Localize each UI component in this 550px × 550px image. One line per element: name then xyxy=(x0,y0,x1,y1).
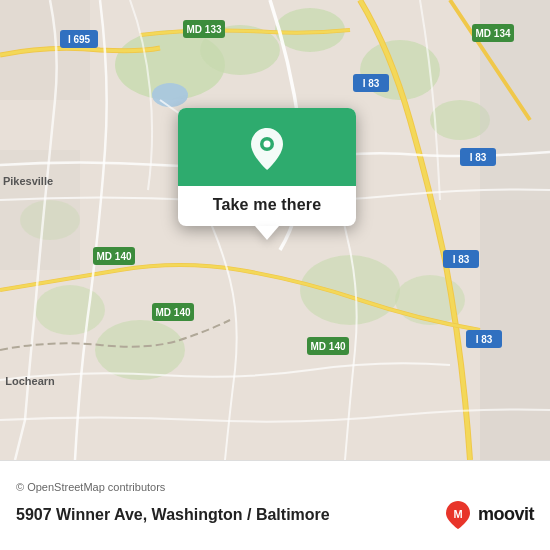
popup-tail xyxy=(255,226,279,240)
svg-text:MD 134: MD 134 xyxy=(475,28,510,39)
svg-point-8 xyxy=(95,320,185,380)
bottom-bar: © OpenStreetMap contributors 5907 Winner… xyxy=(0,460,550,550)
svg-text:I 83: I 83 xyxy=(476,334,493,345)
svg-text:I 83: I 83 xyxy=(470,152,487,163)
take-me-there-button[interactable]: Take me there xyxy=(213,196,322,214)
svg-text:M: M xyxy=(453,508,462,520)
map-container: I 695 MD 133 I 83 MD 134 I 83 Pikesville… xyxy=(0,0,550,460)
svg-point-39 xyxy=(264,141,271,148)
svg-text:MD 140: MD 140 xyxy=(310,341,345,352)
address-row: 5907 Winner Ave, Washington / Baltimore … xyxy=(16,499,534,531)
svg-point-6 xyxy=(300,255,400,325)
svg-text:I 83: I 83 xyxy=(453,254,470,265)
svg-text:Pikesville: Pikesville xyxy=(3,175,53,187)
popup-green-section xyxy=(178,108,356,186)
address-text: 5907 Winner Ave, Washington / Baltimore xyxy=(16,506,330,524)
location-pin-icon xyxy=(247,126,287,172)
svg-text:MD 140: MD 140 xyxy=(96,251,131,262)
svg-text:Lochearn: Lochearn xyxy=(5,375,55,387)
svg-point-11 xyxy=(152,83,188,107)
svg-point-9 xyxy=(35,285,105,335)
copyright-text: © OpenStreetMap contributors xyxy=(16,481,534,493)
location-popup: Take me there xyxy=(178,108,356,226)
moovit-icon-svg: M xyxy=(442,499,474,531)
moovit-wordmark: moovit xyxy=(478,504,534,525)
popup-label-section[interactable]: Take me there xyxy=(178,186,356,226)
svg-text:MD 140: MD 140 xyxy=(155,307,190,318)
moovit-logo: M moovit xyxy=(442,499,534,531)
svg-text:MD 133: MD 133 xyxy=(186,24,221,35)
svg-text:I 695: I 695 xyxy=(68,34,91,45)
svg-text:I 83: I 83 xyxy=(363,78,380,89)
